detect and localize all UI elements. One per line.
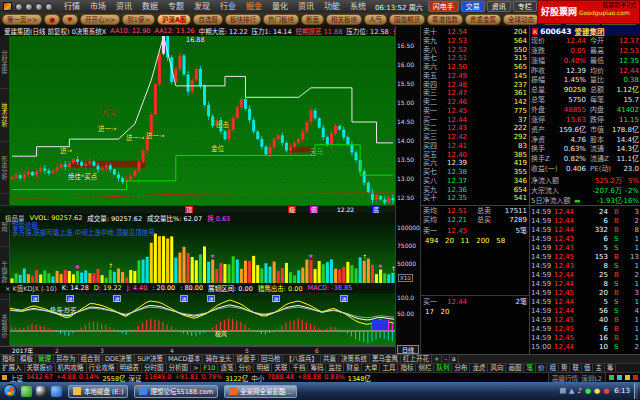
menu-item-数据[interactable]: 数据 bbox=[137, 0, 163, 13]
left-tab-技术分析[interactable]: 技术分析 bbox=[0, 89, 9, 142]
order-book-row-卖七[interactable]: 卖七12.51315 bbox=[421, 54, 530, 63]
indicator-tab-组合到[interactable]: 组合到 bbox=[79, 355, 104, 364]
menu-item-掘金[interactable]: 掘金 bbox=[241, 0, 267, 13]
order-book-row-卖二[interactable]: 卖二12.46142 bbox=[421, 98, 530, 107]
left-tab-形态分析[interactable]: 形态分析 bbox=[0, 142, 9, 195]
menu-item-行业[interactable]: 行业 bbox=[215, 0, 241, 13]
index-name-上证[interactable]: 上证 bbox=[10, 373, 23, 383]
menu-item-专题[interactable]: 专题 bbox=[163, 0, 189, 13]
indicator-tab-【八旗兵】[interactable]: 【八旗兵】 bbox=[283, 355, 321, 364]
indicator-tab-骑在龙头[interactable]: 骑在龙头 bbox=[203, 355, 234, 364]
order-book-row-卖六[interactable]: 卖六12.50565 bbox=[421, 63, 530, 72]
menu-item-系统[interactable]: 系统 bbox=[345, 0, 371, 13]
toolbar-pill-板块排行[interactable]: 板块排行 bbox=[225, 14, 261, 25]
start-button[interactable] bbox=[3, 384, 17, 398]
view-tab-关联[interactable]: 关联 bbox=[272, 364, 290, 373]
view-tab-监控[interactable]: 监控 bbox=[326, 364, 344, 373]
toolbar-pill-国指期货[interactable]: 国指期货 bbox=[389, 14, 425, 25]
order-book-row-卖四[interactable]: 卖四12.48237 bbox=[421, 81, 530, 90]
toolbar-pill-贵重金属[interactable]: 贵重金属 bbox=[465, 14, 501, 25]
indicator-tab-SUP决策[interactable]: SUP决策 bbox=[135, 355, 166, 364]
tick-row[interactable]: 14:5912.438S1 bbox=[530, 262, 640, 271]
nav-sphere-button[interactable] bbox=[45, 3, 53, 11]
toolbar-pill-到1便>[interactable]: 到1便> bbox=[122, 14, 155, 25]
view-tab-龙虎[interactable]: 龙虎 bbox=[470, 364, 488, 373]
menu-item-市场[interactable]: 市场 bbox=[85, 0, 111, 13]
view-tab-笔[interactable]: 笔 bbox=[524, 364, 536, 373]
indicator-tab-黑马金鹰[interactable]: 黑马金鹰 bbox=[370, 355, 401, 364]
ad-banner[interactable]: 股票助手2式 好股票网Goodgupiao.com bbox=[537, 0, 640, 24]
order-book-row-买四[interactable]: 买四12.4183 bbox=[421, 142, 530, 151]
view-tab-明细[interactable]: 明细 bbox=[254, 364, 272, 373]
indicator-tab-a[interactable]: a bbox=[450, 355, 459, 364]
view-tab-机构攻略[interactable]: 机构攻略 bbox=[56, 364, 87, 373]
indicator-tab-+[interactable]: + bbox=[432, 355, 442, 364]
queue-buy-row[interactable]: 买一 12.44 2笔 bbox=[421, 298, 530, 307]
left-tab-分时走势[interactable]: 分时走势 bbox=[0, 36, 9, 89]
tray-volume-icon[interactable]: ♪ bbox=[577, 387, 581, 395]
toolbar-pill-热门板块[interactable]: 热门板块 bbox=[263, 14, 299, 25]
indicator-tab-操盘手[interactable]: 操盘手 bbox=[234, 355, 259, 364]
tray-shield-icon[interactable]: ▲ bbox=[569, 387, 574, 395]
task-button-理想论坛55188.com[interactable]: 理想论坛55188.com bbox=[134, 385, 218, 398]
view-tab-风向[interactable]: 风向 bbox=[488, 364, 506, 373]
view-tab-大单[interactable]: 大单 bbox=[362, 364, 380, 373]
show-desktop-button[interactable] bbox=[634, 383, 638, 399]
toolbar-pill-人气[interactable]: 人气 bbox=[364, 14, 387, 25]
order-book-row-卖五[interactable]: 卖五12.49145 bbox=[421, 72, 530, 81]
kline-chart[interactable]: 红买进→进一→进一→进一→出击金位绝佳*买点天马16.88 bbox=[10, 36, 395, 205]
toolbar-pill-相关板块[interactable]: 相关板块 bbox=[326, 14, 362, 25]
queue-sell-row[interactable]: 卖一 12.45 5笔 bbox=[421, 227, 530, 236]
quick-button-交易[interactable]: 交易 bbox=[461, 1, 485, 12]
order-book-row-买七[interactable]: 买七12.38355 bbox=[421, 168, 530, 177]
tray-yellow-icon[interactable]: ● bbox=[594, 387, 600, 395]
tick-row[interactable]: 14:5912.45153B13 bbox=[530, 253, 640, 262]
quick-button-专栏[interactable]: 专栏 bbox=[513, 1, 537, 12]
task-button-本地磁盘 (E:)[interactable]: 本地磁盘 (E:) bbox=[68, 385, 128, 398]
menu-item-资讯[interactable]: 资讯 bbox=[111, 0, 137, 13]
quick-button-闪电手[interactable]: 闪电手 bbox=[428, 1, 459, 12]
tick-row[interactable]: 14:5912.4456S4 bbox=[530, 307, 640, 316]
view-tab-逐笔[interactable]: 逐笔 bbox=[218, 364, 236, 373]
order-book-row-买五[interactable]: 买五12.40385 bbox=[421, 151, 530, 160]
nav-sphere-button[interactable] bbox=[35, 3, 43, 11]
menu-item-资讯[interactable]: 资讯 bbox=[293, 0, 319, 13]
tick-row[interactable]: 14:5912.4425B2 bbox=[530, 271, 640, 280]
index-name-中小[interactable]: 中小 bbox=[251, 373, 264, 383]
toolbar-pill-沪深A股[interactable]: 沪深A股 bbox=[157, 14, 192, 25]
tick-row[interactable]: 14:5912.4516B1 bbox=[530, 334, 640, 343]
tick-row[interactable]: 14:5912.448S1 bbox=[530, 280, 640, 289]
tick-row[interactable]: 14:5912.436S1 bbox=[530, 235, 640, 244]
order-book-row-买九[interactable]: 买九12.36654 bbox=[421, 186, 530, 195]
indicator-tab-DDE决策[interactable]: DDE决策 bbox=[103, 355, 135, 364]
toolbar-pill-断面[interactable]: 断面 bbox=[301, 14, 324, 25]
quicklaunch-ie-icon[interactable] bbox=[51, 386, 62, 397]
menu-item-行情[interactable]: 行情 bbox=[59, 0, 85, 13]
tick-row[interactable]: 14:5912.456B1 bbox=[530, 325, 640, 334]
indicator-tab-MACD基本[interactable]: MACD基本 bbox=[166, 355, 203, 364]
order-book-row-买十[interactable]: 买十12.35541 bbox=[421, 194, 530, 203]
indicator-tab--[interactable]: - bbox=[442, 355, 449, 364]
view-tab-队列[interactable]: 队列 bbox=[434, 364, 452, 373]
view-tab-分时图[interactable]: 分时图 bbox=[142, 364, 167, 373]
volume-chart[interactable]: ★★★★↑↑↑ 智能诊股: 多方强,底部可能上涨,中间上涨中继,顶部见顶信号 bbox=[10, 222, 395, 283]
quicklaunch-stock-icon[interactable] bbox=[21, 386, 32, 397]
index-name-深证[interactable]: 深证 bbox=[129, 373, 142, 383]
tick-row[interactable]: 14:5912.44332B8 bbox=[530, 226, 640, 235]
quicklaunch-qq-icon[interactable] bbox=[36, 386, 47, 397]
menu-item-量化[interactable]: 量化 bbox=[267, 0, 293, 13]
toolbar-pill-开开心>>[interactable]: 开开心>> bbox=[80, 14, 120, 25]
tick-row[interactable]: 14:5912.4424B3 bbox=[530, 208, 640, 217]
view-tab-行业攻略[interactable]: 行业攻略 bbox=[87, 364, 118, 373]
volume-indicator-header[interactable]: 极品量VVOL: 90257.62成交量: 90257.62成交量比%: 62.… bbox=[0, 213, 395, 222]
period-selector[interactable]: 日线 bbox=[397, 345, 419, 354]
indicator-tab-共赢[interactable]: 共赢 bbox=[321, 355, 339, 364]
view-tab-明细表[interactable]: 明细表 bbox=[118, 364, 143, 373]
order-book-row-卖九[interactable]: 卖九12.53564 bbox=[421, 37, 530, 46]
toolbar-pill-全球动态[interactable]: 全球动态 bbox=[503, 14, 539, 25]
menu-item-功能[interactable]: 功能 bbox=[319, 0, 345, 13]
order-book-row-买二[interactable]: 买二12.43222 bbox=[421, 124, 530, 133]
indicator-tab-红上开花[interactable]: 红上开花 bbox=[401, 355, 432, 364]
tick-row[interactable]: 14:5912.446B2 bbox=[530, 217, 640, 226]
toolbar-pill-♥[interactable]: ♥ bbox=[62, 14, 78, 25]
